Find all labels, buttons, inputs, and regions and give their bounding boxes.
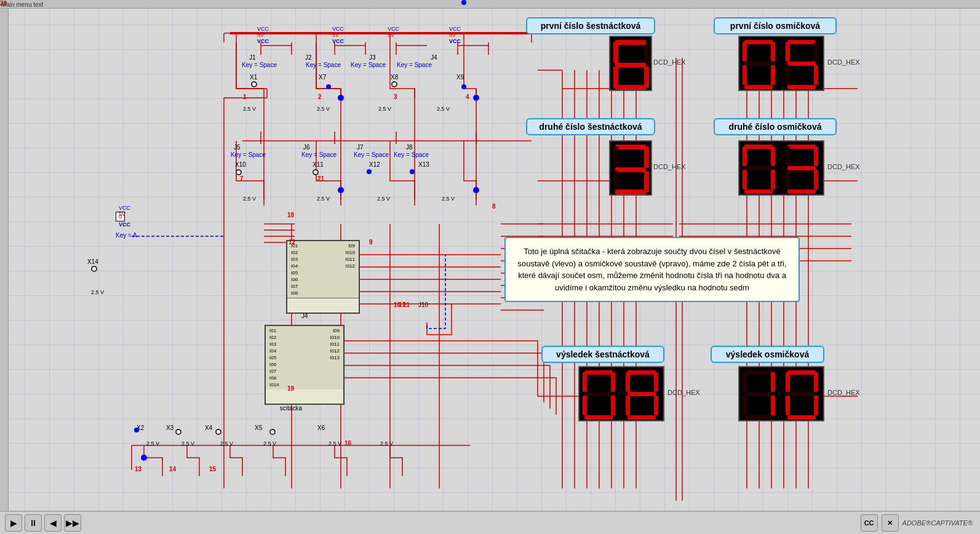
svg-rect-162 xyxy=(744,415,773,420)
svg-rect-115 xyxy=(786,42,790,62)
svg-rect-141 xyxy=(787,189,816,194)
comp-x11: X11 xyxy=(313,161,324,168)
comp-j6: J6 xyxy=(303,144,310,151)
svg-rect-147 xyxy=(611,396,615,415)
svg-rect-110 xyxy=(744,62,773,66)
svg-rect-150 xyxy=(626,372,630,392)
comp-j4: J4 xyxy=(431,54,437,61)
svg-rect-167 xyxy=(786,396,790,415)
junction-4 xyxy=(410,169,415,174)
circuit-wiring xyxy=(9,9,980,511)
conn-x11 xyxy=(313,169,319,175)
conn-x5 xyxy=(269,429,276,435)
wire-num-8: 8 xyxy=(492,203,496,210)
comp-j10: J10 xyxy=(418,301,428,308)
svg-rect-163 xyxy=(787,370,816,375)
svg-rect-113 xyxy=(744,85,773,89)
svg-rect-105 xyxy=(644,66,649,88)
wire-num-9: 9 xyxy=(369,239,373,245)
svg-rect-125 xyxy=(613,171,618,193)
vcc-3: VCC xyxy=(388,26,399,32)
wire-num-12: 12 xyxy=(289,239,295,245)
v25-12: 2.5 V xyxy=(220,440,233,447)
ruler-left xyxy=(0,9,9,511)
wire-num-16: 16 xyxy=(345,440,351,447)
svg-rect-152 xyxy=(627,392,656,396)
comp-j1: J1 xyxy=(249,54,256,61)
svg-rect-146 xyxy=(583,396,587,415)
v25-3: 2.5 V xyxy=(378,106,391,112)
comp-x5: X5 xyxy=(255,424,262,431)
forward-button[interactable]: ▶▶ xyxy=(64,514,81,532)
comp-x10: X10 xyxy=(235,161,246,168)
bottom-toolbar: ▶ ⏸ ◀ ▶▶ CC ✕ ADOBE®CAPTIVATE® xyxy=(0,511,980,534)
svg-rect-157 xyxy=(743,372,747,392)
v25-13: 2.5 V xyxy=(263,440,276,447)
close-button[interactable]: ✕ xyxy=(882,514,899,532)
svg-rect-122 xyxy=(613,146,618,168)
svg-rect-132 xyxy=(743,170,747,189)
svg-rect-154 xyxy=(654,396,658,415)
svg-rect-119 xyxy=(814,65,818,85)
v25-10: 2.5 V xyxy=(146,440,159,447)
svg-point-93 xyxy=(338,187,344,193)
svg-rect-130 xyxy=(771,146,775,166)
comp-j5: J5 xyxy=(234,144,241,151)
v25-1: 2.5 V xyxy=(243,106,256,112)
conn-x4 xyxy=(215,429,221,435)
junction-5 xyxy=(134,428,139,432)
v5-2: 5V xyxy=(332,32,339,38)
display-prvni-sestnactkova xyxy=(609,36,652,91)
svg-rect-107 xyxy=(744,40,773,44)
svg-rect-121 xyxy=(615,145,646,149)
v25-4: 2.5 V xyxy=(437,106,450,112)
display-druhe-osmickova xyxy=(738,140,824,196)
conn-x1 xyxy=(251,81,257,87)
key-label-j7: Key = Space xyxy=(354,151,389,158)
comp-j2: J2 xyxy=(305,54,312,61)
pause-button[interactable]: ⏸ xyxy=(25,514,42,532)
v5-3: 5V xyxy=(388,32,394,38)
svg-rect-120 xyxy=(787,85,816,89)
rewind-button[interactable]: ◀ xyxy=(44,514,62,532)
ruler-top xyxy=(0,0,980,9)
svg-rect-142 xyxy=(584,370,613,375)
svg-rect-140 xyxy=(814,170,818,189)
key-label-j9: Key = A xyxy=(116,232,137,239)
svg-rect-108 xyxy=(743,42,747,62)
svg-rect-116 xyxy=(814,42,818,62)
wire-num-13: 13 xyxy=(135,466,141,472)
comp-x8: X8 xyxy=(391,74,398,81)
v5-1: 5V xyxy=(257,32,264,38)
svg-rect-136 xyxy=(786,146,790,166)
svg-rect-159 xyxy=(744,392,773,396)
comp-x1: X1 xyxy=(250,74,257,81)
comp-x9: X9 xyxy=(456,74,464,81)
svg-rect-103 xyxy=(615,40,646,45)
display-prvni-osmickova xyxy=(738,36,824,91)
svg-rect-148 xyxy=(584,415,613,420)
svg-rect-104 xyxy=(613,42,618,63)
svg-rect-166 xyxy=(787,392,816,396)
v25-2: 2.5 V xyxy=(317,106,330,112)
svg-rect-137 xyxy=(814,146,818,166)
svg-rect-131 xyxy=(744,166,773,170)
play-button[interactable]: ▶ xyxy=(5,514,22,532)
svg-point-92 xyxy=(473,95,479,101)
v25-14: 2.5 V xyxy=(329,440,341,447)
svg-rect-133 xyxy=(771,170,775,189)
svg-rect-135 xyxy=(787,145,816,149)
vcc-label-2: VCC xyxy=(332,38,344,44)
comp-x4: X4 xyxy=(205,424,212,431)
svg-rect-134 xyxy=(744,189,773,194)
wire-num-7: 7 xyxy=(240,175,244,182)
dcd-label-6: DCD_HEX xyxy=(827,389,860,396)
cc-button[interactable]: CC xyxy=(861,514,878,532)
svg-rect-112 xyxy=(771,65,775,85)
conn-x14 xyxy=(91,266,97,272)
wire-num-2: 2 xyxy=(318,94,322,100)
svg-rect-123 xyxy=(644,146,649,168)
wire-num-1: 1 xyxy=(243,94,247,100)
vcc-j9: VCC xyxy=(119,205,130,211)
wire-num-3: 3 xyxy=(394,94,397,100)
